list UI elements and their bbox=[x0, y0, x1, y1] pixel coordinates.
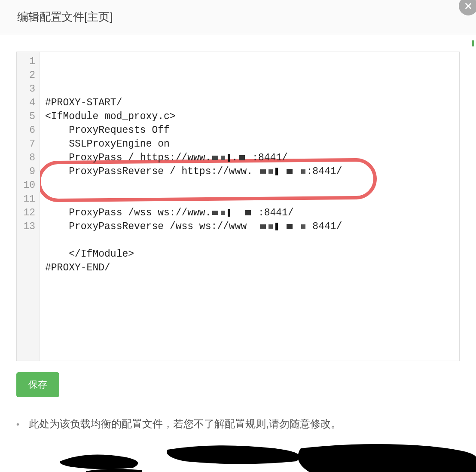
code-line bbox=[45, 192, 454, 206]
line-number: 2 bbox=[17, 68, 35, 82]
code-line: #PROXY-END/ bbox=[45, 261, 454, 275]
line-number: 13 bbox=[17, 220, 35, 233]
line-number: 11 bbox=[17, 192, 35, 206]
line-number: 3 bbox=[17, 82, 35, 96]
code-line: ProxyPassReverse /wss ws://www 8441/ bbox=[45, 220, 454, 233]
line-number: 6 bbox=[17, 123, 35, 137]
code-line: SSLProxyEngine on bbox=[45, 137, 454, 151]
modal-title: 编辑配置文件[主页] bbox=[0, 0, 476, 34]
line-number: 9 bbox=[17, 165, 35, 178]
code-line: ProxyPass / https://www.. :8441/ bbox=[45, 151, 454, 165]
line-number: 12 bbox=[17, 206, 35, 220]
code-line: ProxyRequests Off bbox=[45, 123, 454, 137]
editor-container: 12345678910111213 #PROXY-START/<IfModule… bbox=[0, 34, 476, 361]
line-number: 5 bbox=[17, 110, 35, 123]
note-item: 此处为该负载均衡的配置文件，若您不了解配置规则,请勿随意修改。 bbox=[16, 417, 460, 431]
close-icon bbox=[464, 1, 473, 11]
decorative-mark bbox=[472, 40, 474, 46]
code-line: ProxyPassReverse / https://www. :8441/ bbox=[45, 165, 454, 178]
code-content[interactable]: #PROXY-START/<IfModule mod_proxy.c> Prox… bbox=[40, 52, 459, 361]
code-line bbox=[45, 233, 454, 247]
line-number: 1 bbox=[17, 55, 35, 68]
line-number: 7 bbox=[17, 137, 35, 151]
save-button[interactable]: 保存 bbox=[16, 372, 59, 397]
config-editor-modal: 编辑配置文件[主页] 12345678910111213 #PROXY-STAR… bbox=[0, 0, 476, 472]
code-line: </IfModule> bbox=[45, 247, 454, 261]
code-editor[interactable]: 12345678910111213 #PROXY-START/<IfModule… bbox=[16, 52, 460, 361]
line-number-gutter: 12345678910111213 bbox=[17, 52, 40, 361]
redaction-scribble bbox=[0, 438, 476, 472]
code-line: ProxyPass /wss ws://www. :8441/ bbox=[45, 206, 454, 220]
line-number: 10 bbox=[17, 178, 35, 192]
line-number: 4 bbox=[17, 96, 35, 110]
code-line bbox=[45, 178, 454, 192]
code-line: #PROXY-START/ bbox=[45, 96, 454, 110]
line-number: 8 bbox=[17, 151, 35, 165]
notes-list: 此处为该负载均衡的配置文件，若您不了解配置规则,请勿随意修改。 bbox=[16, 417, 460, 431]
code-line: <IfModule mod_proxy.c> bbox=[45, 110, 454, 123]
